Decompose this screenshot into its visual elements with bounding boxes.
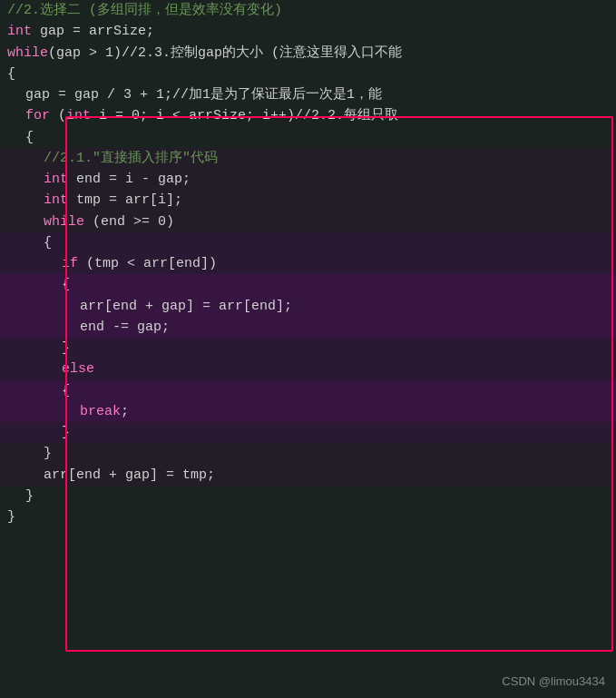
token: } [62, 338, 70, 359]
code-line: { [0, 274, 616, 295]
token: else [62, 359, 94, 379]
token: int [7, 21, 32, 42]
code-line: //2.1."直接插入排序"代码 [0, 148, 616, 169]
token: } [25, 486, 34, 506]
token: if [62, 253, 78, 274]
token: } [7, 506, 15, 527]
token: for [25, 105, 50, 126]
token: } [44, 443, 52, 464]
token: break [80, 401, 121, 422]
token: gap = arrSize; [32, 21, 154, 42]
code-line: } [0, 443, 616, 464]
code-line: } [0, 338, 616, 359]
code-lines: //2.选择二 (多组同排，但是效率没有变化)int gap = arrSize… [0, 0, 616, 527]
code-line: while(gap > 1)//2.3.控制gap的大小 (注意这里得入口不能 [0, 43, 616, 64]
token: gap [25, 84, 50, 105]
code-line: { [0, 64, 616, 84]
token: end -= gap; [80, 317, 170, 338]
code-line: gap = gap / 3 + 1;//加1是为了保证最后一次是1，能 [0, 84, 616, 105]
token: = gap / 3 + 1;//加1是为了保证最后一次是1，能 [50, 84, 382, 105]
code-line: while (end >= 0) [0, 211, 616, 232]
code-line: end -= gap; [0, 317, 616, 338]
token: (tmp < arr[end]) [78, 253, 217, 274]
token: while [44, 211, 84, 232]
token: arr[end + gap] = tmp; [44, 465, 215, 486]
code-line: int end = i - gap; [0, 169, 616, 190]
code-line: int tmp = arr[i]; [0, 190, 616, 211]
token: { [62, 274, 70, 295]
token: ; [121, 401, 129, 422]
token: { [25, 127, 34, 148]
token: (end >= 0) [84, 211, 174, 232]
code-editor: //2.选择二 (多组同排，但是效率没有变化)int gap = arrSize… [0, 0, 616, 698]
token: tmp = arr[i]; [68, 190, 182, 211]
code-line: //2.选择二 (多组同排，但是效率没有变化) [0, 0, 616, 21]
code-line: break; [0, 401, 616, 422]
code-line: for (int i = 0; i < arrSize; i++)//2.2.每… [0, 105, 616, 126]
code-line: else [0, 359, 616, 379]
code-line: arr[end + gap] = tmp; [0, 465, 616, 486]
token: { [62, 380, 70, 401]
code-line: int gap = arrSize; [0, 21, 616, 42]
token: int [44, 169, 68, 190]
token: int [44, 190, 68, 211]
code-line: } [0, 422, 616, 443]
token: //2.选择二 (多组同排，但是效率没有变化) [7, 0, 282, 21]
token: int [66, 105, 91, 126]
token: { [44, 232, 52, 253]
token: //2.1."直接插入排序"代码 [44, 148, 218, 169]
token: while [7, 43, 48, 64]
token: ( [50, 105, 66, 126]
token: { [7, 64, 15, 84]
code-line: { [0, 127, 616, 148]
code-line: arr[end + gap] = arr[end]; [0, 296, 616, 317]
code-line: if (tmp < arr[end]) [0, 253, 616, 274]
code-line: } [0, 486, 616, 506]
code-line: { [0, 232, 616, 253]
token: (gap > 1)//2.3.控制gap的大小 (注意这里得入口不能 [48, 43, 402, 64]
token: arr[end + gap] = arr[end]; [80, 296, 292, 317]
token: end = i - gap; [68, 169, 191, 190]
token: } [62, 422, 70, 443]
watermark: CSDN @limou3434 [502, 673, 605, 691]
code-line: { [0, 380, 616, 401]
code-line: } [0, 506, 616, 527]
token: i = 0; i < arrSize; i++)//2.2.每组只取 [91, 105, 398, 126]
